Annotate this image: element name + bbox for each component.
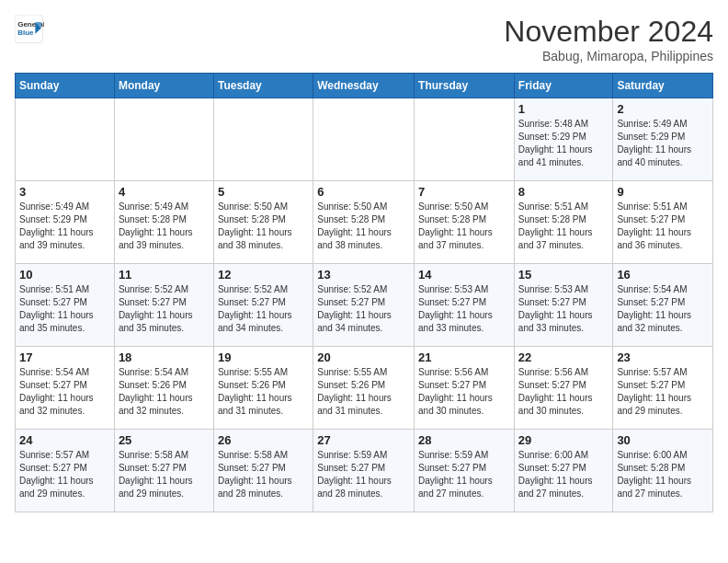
day-detail: Sunrise: 6:00 AM Sunset: 5:27 PM Dayligh… [518,449,609,500]
day-number: 1 [518,102,609,116]
calendar-cell [16,98,115,181]
location: Babug, Mimaropa, Philippines [504,49,713,63]
calendar-week-row: 24Sunrise: 5:57 AM Sunset: 5:27 PM Dayli… [16,430,713,512]
calendar-cell: 16Sunrise: 5:54 AM Sunset: 5:27 PM Dayli… [613,264,713,347]
calendar-cell: 4Sunrise: 5:49 AM Sunset: 5:28 PM Daylig… [114,181,213,264]
day-number: 19 [218,350,309,364]
day-number: 16 [617,268,709,282]
day-detail: Sunrise: 5:53 AM Sunset: 5:27 PM Dayligh… [518,283,609,335]
calendar-cell: 5Sunrise: 5:50 AM Sunset: 5:28 PM Daylig… [213,181,313,264]
calendar-cell: 14Sunrise: 5:53 AM Sunset: 5:27 PM Dayli… [415,264,515,347]
day-number: 20 [317,350,410,364]
calendar-cell: 18Sunrise: 5:54 AM Sunset: 5:26 PM Dayli… [114,347,213,430]
calendar-cell: 6Sunrise: 5:50 AM Sunset: 5:28 PM Daylig… [313,181,415,264]
day-number: 22 [518,350,609,364]
header-day: Sunday [16,74,115,98]
day-detail: Sunrise: 5:49 AM Sunset: 5:29 PM Dayligh… [19,201,110,252]
calendar-cell [313,98,415,181]
calendar-cell: 25Sunrise: 5:58 AM Sunset: 5:27 PM Dayli… [114,430,213,512]
header-row: SundayMondayTuesdayWednesdayThursdayFrid… [16,74,713,98]
calendar-cell: 23Sunrise: 5:57 AM Sunset: 5:27 PM Dayli… [613,347,713,430]
day-detail: Sunrise: 5:56 AM Sunset: 5:27 PM Dayligh… [518,366,609,418]
day-detail: Sunrise: 5:52 AM Sunset: 5:27 PM Dayligh… [119,283,210,335]
day-detail: Sunrise: 5:57 AM Sunset: 5:27 PM Dayligh… [617,366,709,418]
calendar-cell: 26Sunrise: 5:58 AM Sunset: 5:27 PM Dayli… [213,430,313,512]
day-detail: Sunrise: 6:00 AM Sunset: 5:28 PM Dayligh… [617,449,709,500]
day-number: 30 [617,433,709,447]
day-detail: Sunrise: 5:57 AM Sunset: 5:27 PM Dayligh… [19,449,110,500]
day-detail: Sunrise: 5:54 AM Sunset: 5:26 PM Dayligh… [119,366,210,418]
day-detail: Sunrise: 5:51 AM Sunset: 5:27 PM Dayligh… [19,283,110,335]
calendar-cell: 3Sunrise: 5:49 AM Sunset: 5:29 PM Daylig… [16,181,115,264]
day-detail: Sunrise: 5:50 AM Sunset: 5:28 PM Dayligh… [418,201,510,252]
calendar-cell: 22Sunrise: 5:56 AM Sunset: 5:27 PM Dayli… [514,347,613,430]
day-detail: Sunrise: 5:54 AM Sunset: 5:27 PM Dayligh… [19,366,110,418]
day-detail: Sunrise: 5:51 AM Sunset: 5:27 PM Dayligh… [617,201,709,252]
day-detail: Sunrise: 5:52 AM Sunset: 5:27 PM Dayligh… [218,283,309,335]
header-day: Saturday [613,74,713,98]
day-number: 24 [19,433,110,447]
calendar-cell [415,98,515,181]
calendar-cell: 15Sunrise: 5:53 AM Sunset: 5:27 PM Dayli… [514,264,613,347]
calendar-cell [213,98,313,181]
day-number: 7 [418,185,510,199]
logo-icon: General Blue [15,15,44,44]
calendar-table: SundayMondayTuesdayWednesdayThursdayFrid… [15,73,713,512]
month-title: November 2024 [504,15,713,49]
day-number: 8 [518,185,609,199]
calendar-cell: 27Sunrise: 5:59 AM Sunset: 5:27 PM Dayli… [313,430,415,512]
day-detail: Sunrise: 5:50 AM Sunset: 5:28 PM Dayligh… [317,201,410,252]
day-detail: Sunrise: 5:55 AM Sunset: 5:26 PM Dayligh… [218,366,309,418]
day-number: 29 [518,433,609,447]
day-detail: Sunrise: 5:49 AM Sunset: 5:28 PM Dayligh… [119,201,210,252]
calendar-cell: 29Sunrise: 6:00 AM Sunset: 5:27 PM Dayli… [514,430,613,512]
day-detail: Sunrise: 5:58 AM Sunset: 5:27 PM Dayligh… [218,449,309,500]
day-detail: Sunrise: 5:58 AM Sunset: 5:27 PM Dayligh… [119,449,210,500]
day-number: 2 [617,102,709,116]
header-day: Friday [514,74,613,98]
calendar-cell: 8Sunrise: 5:51 AM Sunset: 5:28 PM Daylig… [514,181,613,264]
title-block: November 2024 Babug, Mimaropa, Philippin… [504,15,713,63]
calendar-week-row: 1Sunrise: 5:48 AM Sunset: 5:29 PM Daylig… [16,98,713,181]
day-number: 23 [617,350,709,364]
svg-text:Blue: Blue [17,29,34,37]
calendar-week-row: 3Sunrise: 5:49 AM Sunset: 5:29 PM Daylig… [16,181,713,264]
day-number: 6 [317,185,410,199]
day-detail: Sunrise: 5:55 AM Sunset: 5:26 PM Dayligh… [317,366,410,418]
header-day: Tuesday [213,74,313,98]
day-detail: Sunrise: 5:49 AM Sunset: 5:29 PM Dayligh… [617,118,709,169]
day-detail: Sunrise: 5:53 AM Sunset: 5:27 PM Dayligh… [418,283,510,335]
header-day: Monday [114,74,213,98]
day-number: 15 [518,268,609,282]
calendar-cell: 24Sunrise: 5:57 AM Sunset: 5:27 PM Dayli… [16,430,115,512]
header-day: Thursday [415,74,515,98]
day-detail: Sunrise: 5:52 AM Sunset: 5:27 PM Dayligh… [317,283,410,335]
day-number: 12 [218,268,309,282]
calendar-week-row: 10Sunrise: 5:51 AM Sunset: 5:27 PM Dayli… [16,264,713,347]
day-detail: Sunrise: 5:59 AM Sunset: 5:27 PM Dayligh… [317,449,410,500]
calendar-cell: 11Sunrise: 5:52 AM Sunset: 5:27 PM Dayli… [114,264,213,347]
calendar-cell [114,98,213,181]
day-number: 9 [617,185,709,199]
page-header: General Blue November 2024 Babug, Mimaro… [15,15,713,63]
day-detail: Sunrise: 5:48 AM Sunset: 5:29 PM Dayligh… [518,118,609,169]
calendar-cell: 30Sunrise: 6:00 AM Sunset: 5:28 PM Dayli… [613,430,713,512]
logo: General Blue [15,15,44,44]
calendar-cell: 10Sunrise: 5:51 AM Sunset: 5:27 PM Dayli… [16,264,115,347]
day-number: 3 [19,185,110,199]
calendar-cell: 1Sunrise: 5:48 AM Sunset: 5:29 PM Daylig… [514,98,613,181]
day-number: 5 [218,185,309,199]
day-number: 18 [119,350,210,364]
day-number: 26 [218,433,309,447]
calendar-cell: 21Sunrise: 5:56 AM Sunset: 5:27 PM Dayli… [415,347,515,430]
day-number: 27 [317,433,410,447]
day-number: 28 [418,433,510,447]
calendar-cell: 9Sunrise: 5:51 AM Sunset: 5:27 PM Daylig… [613,181,713,264]
day-number: 21 [418,350,510,364]
day-number: 14 [418,268,510,282]
day-number: 4 [119,185,210,199]
day-detail: Sunrise: 5:51 AM Sunset: 5:28 PM Dayligh… [518,201,609,252]
day-detail: Sunrise: 5:59 AM Sunset: 5:27 PM Dayligh… [418,449,510,500]
day-number: 17 [19,350,110,364]
day-detail: Sunrise: 5:50 AM Sunset: 5:28 PM Dayligh… [218,201,309,252]
